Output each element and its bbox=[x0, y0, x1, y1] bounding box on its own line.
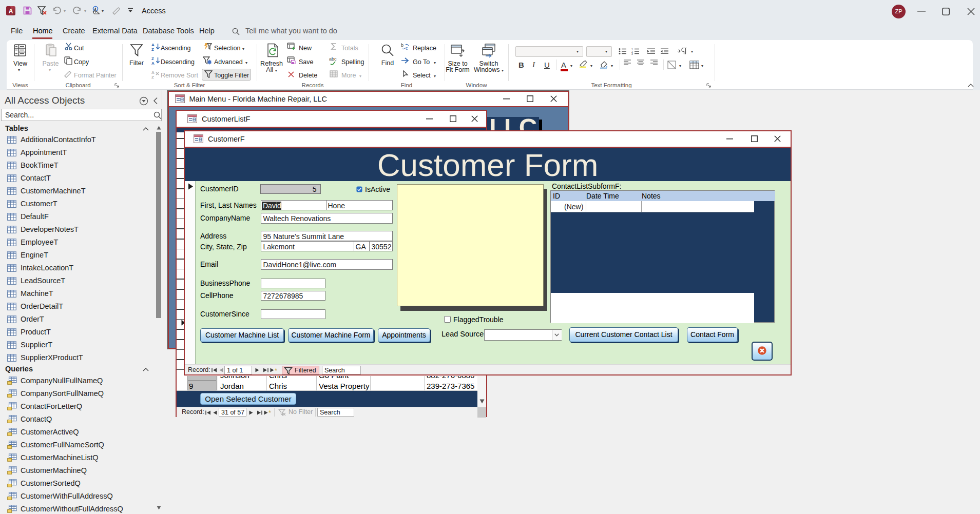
svg-text:c: c bbox=[406, 46, 408, 51]
svg-text:A: A bbox=[151, 61, 155, 65]
svg-text:abc: abc bbox=[329, 56, 337, 62]
svg-text:3: 3 bbox=[631, 52, 633, 55]
svg-text:Z: Z bbox=[151, 75, 154, 79]
svg-text:b: b bbox=[401, 43, 403, 48]
svg-text:Z: Z bbox=[151, 47, 154, 51]
svg-text:A: A bbox=[9, 8, 13, 15]
